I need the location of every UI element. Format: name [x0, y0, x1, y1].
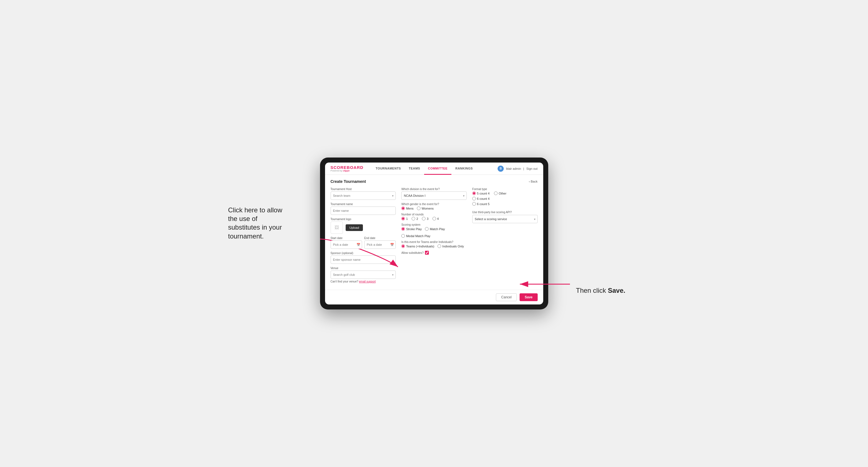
event-teams-option[interactable]: Teams (+Individuals) — [401, 244, 434, 248]
venue-email-link[interactable]: email support — [359, 280, 376, 283]
back-link[interactable]: ‹ Back — [529, 180, 537, 183]
scoring-api-field: Use third-party live scoring API? Select… — [472, 211, 538, 223]
nav-teams[interactable]: TEAMS — [405, 162, 424, 175]
logo-area: SCOREBOARD Powered by clippd — [331, 165, 364, 172]
format-6count5-radio[interactable] — [472, 202, 476, 206]
tablet-screen: SCOREBOARD Powered by clippd TOURNAMENTS… — [325, 162, 543, 305]
date-row: Start date 📅 End date — [331, 237, 396, 249]
scoring-medal-radio[interactable] — [401, 234, 405, 238]
nav-rankings[interactable]: RANKINGS — [452, 162, 477, 175]
event-type-field: Is this event for Teams and/or Individua… — [401, 241, 467, 248]
gender-womens-radio[interactable] — [417, 207, 421, 210]
scoring-radio-group: Stroke Play Match Play Medal Match Play — [401, 227, 467, 238]
logo-scoreboard: SCOREBOARD — [331, 165, 364, 169]
event-individuals-radio[interactable] — [437, 244, 441, 248]
event-individuals-option[interactable]: Individuals Only — [437, 244, 464, 248]
venue-helper: Can't find your venue? email support — [331, 280, 396, 283]
venue-input[interactable] — [331, 271, 396, 279]
start-date-input[interactable] — [331, 241, 362, 249]
scoring-match-radio[interactable] — [425, 227, 429, 231]
scoring-medal-match-play[interactable]: Medal Match Play — [401, 234, 430, 238]
rounds-label: Number of rounds — [401, 213, 467, 216]
rounds-4[interactable]: 4 — [432, 217, 439, 220]
scoring-api-label: Use third-party live scoring API? — [472, 211, 538, 214]
form-section-right: Format type 5 count 4 Other — [472, 188, 538, 283]
nav-bar: SCOREBOARD Powered by clippd TOURNAMENTS… — [325, 162, 543, 175]
page-title: Create Tournament — [331, 179, 366, 184]
rounds-field: Number of rounds 1 2 — [401, 213, 467, 220]
nav-committee[interactable]: COMMITTEE — [424, 162, 452, 175]
tournament-host-field: Tournament Host — [331, 188, 396, 200]
format-5count4[interactable]: 5 count 4 — [472, 191, 490, 195]
format-other-radio[interactable] — [494, 191, 498, 195]
rounds-3-radio[interactable] — [422, 217, 426, 220]
gender-mens-radio[interactable] — [401, 207, 405, 210]
format-type-field: Format type 5 count 4 Other — [472, 188, 538, 206]
rounds-1[interactable]: 1 — [401, 217, 408, 220]
rounds-1-radio[interactable] — [401, 217, 405, 220]
separator: | — [523, 167, 524, 170]
format-6count5[interactable]: 6 count 5 — [472, 202, 538, 206]
format-options: 5 count 4 Other 6 count 4 — [472, 191, 538, 206]
format-5count4-radio[interactable] — [472, 191, 476, 195]
sponsor-label: Sponsor (optional) — [331, 252, 396, 255]
tournament-name-label: Tournament name — [331, 203, 396, 206]
division-field: Which division is the event for? NCAA Di… — [401, 188, 467, 200]
end-date-input[interactable] — [364, 241, 396, 249]
form-section-middle: Which division is the event for? NCAA Di… — [401, 188, 467, 283]
scoring-stroke-play[interactable]: Stroke Play — [401, 227, 422, 231]
format-row-1: 5 count 4 Other — [472, 191, 538, 195]
rounds-2[interactable]: 2 — [412, 217, 418, 220]
division-select[interactable]: NCAA Division I NCAA Division II NCAA Di… — [401, 191, 467, 200]
logo-powered: Powered by clippd — [331, 169, 364, 172]
end-date-field: End date 📅 — [364, 237, 396, 249]
rounds-3[interactable]: 3 — [422, 217, 428, 220]
start-date-field: Start date 📅 — [331, 237, 362, 249]
form-section-left: Tournament Host Tournament name Tourname… — [331, 188, 396, 283]
allow-subs-checkbox-label[interactable]: Allow substitutes? — [401, 251, 467, 255]
rounds-radio-group: 1 2 3 — [401, 217, 467, 220]
rounds-2-radio[interactable] — [412, 217, 415, 220]
logo-upload-area: 🖼 Upload — [331, 221, 396, 234]
tournament-logo-label: Tournament logo — [331, 218, 396, 221]
form-layout: Tournament Host Tournament name Tourname… — [331, 188, 538, 283]
allow-subs-field: Allow substitutes? — [401, 251, 467, 255]
tournament-host-input[interactable] — [331, 191, 396, 200]
scoring-match-play[interactable]: Match Play — [425, 227, 445, 231]
allow-subs-label: Allow substitutes? — [401, 251, 424, 254]
nav-user: B blair admin | Sign out — [498, 165, 537, 172]
annotation-right: Then click Save. — [576, 286, 632, 295]
event-type-label: Is this event for Teams and/or Individua… — [401, 241, 467, 244]
tournament-name-input[interactable] — [331, 207, 396, 215]
date-range-field: Start date 📅 End date — [331, 237, 396, 249]
upload-button[interactable]: Upload — [346, 224, 363, 231]
start-date-label: Start date — [331, 237, 362, 240]
cancel-button[interactable]: Cancel — [496, 293, 517, 301]
tournament-logo-field: Tournament logo 🖼 Upload — [331, 218, 396, 234]
tablet-frame: SCOREBOARD Powered by clippd TOURNAMENTS… — [320, 158, 548, 309]
allow-subs-checkbox[interactable] — [425, 251, 429, 255]
scoring-stroke-radio[interactable] — [401, 227, 405, 231]
page-header: Create Tournament ‹ Back — [331, 179, 538, 184]
avatar: B — [498, 165, 504, 172]
format-other[interactable]: Other — [494, 191, 506, 195]
page-content: Create Tournament ‹ Back Tournament Host — [325, 175, 543, 287]
scoring-system-field: Scoring system Stroke Play Match Play — [401, 223, 467, 238]
save-button[interactable]: Save — [520, 293, 537, 301]
nav-tournaments[interactable]: TOURNAMENTS — [372, 162, 405, 175]
tournament-name-field: Tournament name — [331, 203, 396, 215]
format-6count4[interactable]: 6 count 4 — [472, 197, 538, 200]
rounds-4-radio[interactable] — [432, 217, 436, 220]
sign-out-link[interactable]: Sign out — [526, 167, 537, 170]
format-6count4-radio[interactable] — [472, 197, 476, 200]
event-teams-radio[interactable] — [401, 244, 405, 248]
logo-placeholder: 🖼 — [331, 221, 343, 234]
gender-womens-option[interactable]: Womens — [417, 207, 434, 210]
scoring-service-select[interactable]: Select a scoring service — [472, 215, 538, 223]
gender-mens-option[interactable]: Mens — [401, 207, 413, 210]
tournament-host-label: Tournament Host — [331, 188, 396, 191]
sponsor-input[interactable] — [331, 255, 396, 264]
end-date-label: End date — [364, 237, 396, 240]
division-label: Which division is the event for? — [401, 188, 467, 191]
form-footer: Cancel Save — [325, 290, 543, 305]
